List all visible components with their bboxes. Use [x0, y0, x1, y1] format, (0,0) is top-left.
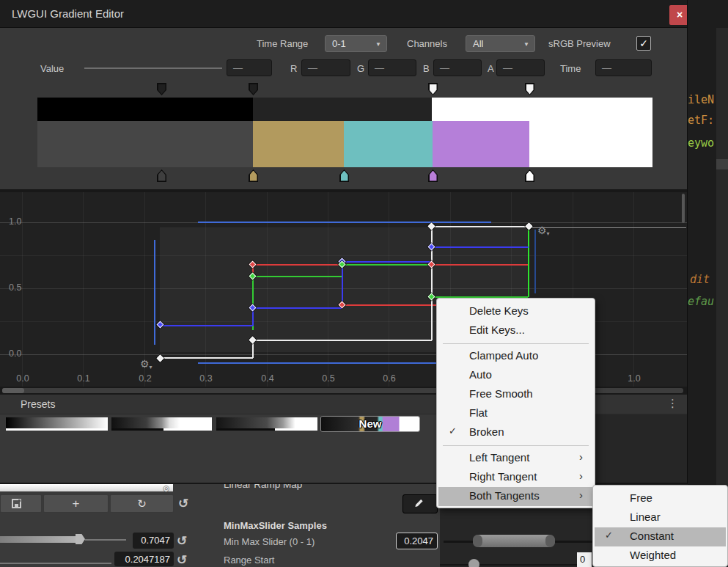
titlebar[interactable]: LWGUI Gradient Editor — [0, 0, 687, 28]
x-axis-label: 1.0 — [625, 373, 644, 384]
color-key-marker[interactable] — [249, 169, 258, 182]
refresh-button[interactable]: ↻ — [110, 494, 174, 513]
curve-key[interactable] — [156, 354, 163, 362]
new-preset-label: New — [321, 417, 419, 430]
submenu-arrow-icon: › — [579, 489, 583, 501]
b-field[interactable]: — — [433, 59, 482, 76]
menu-item-auto[interactable]: Auto — [438, 366, 593, 385]
undo-icon-1[interactable]: ↺ — [178, 496, 188, 511]
menu-item-free-smooth[interactable]: Free Smooth — [438, 385, 593, 404]
value-label: Value — [40, 63, 64, 74]
menu-item-right-tangent[interactable]: Right Tangent› — [438, 468, 593, 487]
slider-track-2[interactable] — [0, 563, 111, 564]
add-button[interactable]: + — [43, 494, 109, 513]
color-gradient-strip[interactable] — [37, 121, 652, 167]
preset-swatch[interactable] — [216, 417, 317, 431]
color-key-marker[interactable] — [157, 169, 166, 182]
preset-swatch-alpha-bar — [6, 428, 108, 431]
close-button[interactable]: × — [669, 5, 688, 25]
menu-item-left-tangent[interactable]: Left Tangent› — [438, 449, 593, 468]
gradient-field-strip[interactable] — [0, 484, 173, 491]
alpha-gradient-strip[interactable] — [37, 98, 652, 121]
time-label: Time — [560, 63, 581, 74]
code-fragment: etF: — [688, 114, 714, 127]
curve-segment — [198, 222, 491, 223]
menu-separator — [437, 442, 595, 449]
alpha-key-marker[interactable] — [428, 83, 438, 95]
gridline-vertical — [83, 192, 84, 387]
time-field[interactable]: — — [595, 59, 652, 76]
gear-icon[interactable]: ⚙▾ — [140, 358, 152, 370]
hidden-value-fragment: 0 — [577, 552, 592, 567]
minmax-value-field[interactable]: 0.2047 — [396, 533, 438, 549]
presets-title: Presets — [21, 398, 55, 410]
curve-segment — [253, 307, 342, 309]
minmax-handle-right[interactable] — [545, 535, 555, 547]
a-field[interactable]: — — [496, 59, 545, 76]
code-editor-scroll-block[interactable] — [716, 159, 728, 169]
submenu-item-free[interactable]: Free — [595, 489, 726, 508]
preset-swatch[interactable] — [6, 417, 108, 431]
preset-swatch[interactable] — [111, 417, 212, 431]
curve-segment — [529, 227, 686, 228]
new-preset-button[interactable]: New — [320, 416, 420, 432]
undo-icon-2[interactable]: ↺ — [177, 533, 187, 549]
vertical-scrollbar-fragment[interactable] — [682, 194, 685, 223]
menu-item-delete-keys[interactable]: Delete Keys — [438, 302, 593, 321]
submenu-item-linear[interactable]: Linear — [595, 508, 726, 527]
gear-icon[interactable]: ⚙▾ — [537, 224, 550, 237]
picker-icon[interactable]: ◎ — [163, 483, 170, 493]
range-start-knob[interactable] — [468, 559, 479, 567]
color-key-marker[interactable] — [428, 169, 438, 182]
menu-item-broken[interactable]: ✓Broken — [438, 423, 593, 442]
time-range-dropdown[interactable]: 0-1 ▼ — [325, 35, 387, 52]
color-key-marker[interactable] — [525, 169, 534, 182]
scrollbar-cap[interactable] — [2, 388, 24, 393]
alpha-key-fill — [158, 84, 166, 95]
r-field[interactable]: — — [301, 59, 350, 76]
curve-segment — [342, 304, 438, 306]
b-label: B — [423, 63, 430, 74]
y-axis-label: 1.0 — [9, 216, 21, 227]
undo-icon-3[interactable]: ↺ — [177, 552, 187, 567]
y-axis-label: 0.5 — [9, 282, 21, 293]
slider-track[interactable] — [85, 539, 126, 541]
minmax-slider-label: Min Max Slider (0 - 1) — [224, 536, 315, 547]
r-label: R — [290, 63, 297, 74]
alpha-key-marker[interactable] — [157, 83, 166, 95]
g-field[interactable]: — — [368, 59, 416, 76]
srgb-preview-checkbox[interactable]: ✓ — [636, 36, 651, 51]
value-field-1[interactable]: 0.7047 — [133, 533, 174, 549]
curve-segment — [432, 264, 528, 266]
menu-item-label: Left Tangent — [469, 451, 529, 464]
channels-dropdown[interactable]: All ▼ — [466, 35, 535, 52]
alpha-key-fill — [526, 84, 534, 95]
window-title: LWGUI Gradient Editor — [12, 7, 124, 20]
kebab-menu-icon[interactable]: ⋮ — [667, 397, 678, 410]
menu-item-both-tangents[interactable]: Both Tangents› — [438, 487, 593, 506]
alpha-key-marker[interactable] — [249, 83, 258, 95]
submenu-item-weighted[interactable]: Weighted — [595, 546, 726, 566]
alpha-key-marker[interactable] — [525, 83, 534, 95]
minmax-handle-left[interactable] — [473, 535, 482, 547]
menu-item-clamped-auto[interactable]: Clamped Auto — [438, 347, 593, 366]
value-field[interactable]: — — [227, 59, 272, 76]
alpha-key-fill — [250, 84, 257, 95]
submenu-item-constant[interactable]: ✓Constant — [595, 527, 726, 546]
value-slider[interactable] — [84, 67, 222, 69]
curve-segment — [432, 226, 529, 227]
edit-gradient-button[interactable] — [402, 494, 438, 513]
menu-item-label: Broken — [469, 425, 504, 438]
preset-swatch-alpha-bar — [111, 428, 212, 431]
color-key-marker[interactable] — [339, 169, 349, 182]
menu-item-flat[interactable]: Flat — [438, 404, 593, 423]
color-segment — [433, 121, 529, 167]
range-start-track[interactable] — [440, 564, 594, 566]
menu-item-edit-keys[interactable]: Edit Keys... — [438, 321, 593, 340]
time-range-value: 0-1 — [332, 38, 346, 49]
minmax-slider-range[interactable] — [473, 535, 555, 547]
alpha-key-fill — [430, 84, 437, 95]
value-field-2[interactable]: 0.2047187 — [114, 552, 174, 566]
y-axis-label: 0.0 — [9, 348, 21, 359]
channels-value: All — [473, 38, 483, 49]
